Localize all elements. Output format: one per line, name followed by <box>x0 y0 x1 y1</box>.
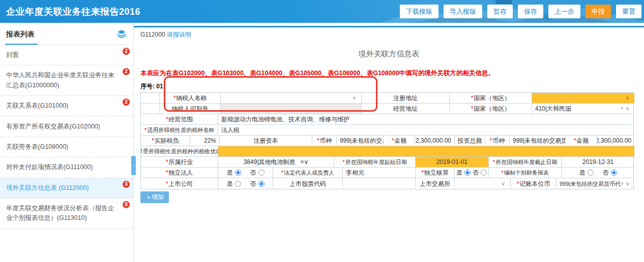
tax-year-end-input[interactable]: 2019-12-31 <box>562 157 634 168</box>
sidebar-report-item[interactable]: 境外关联方信息表 (G112000)3 <box>0 178 133 199</box>
tax-year-start-label: *所在国纳税年度起始日期 <box>334 157 416 168</box>
radio-yes[interactable] <box>588 170 594 176</box>
investment-amount-label: *金额 <box>566 136 597 146</box>
registered-address-label: 注册地址 <box>362 93 450 104</box>
listed-company-label: *上市公司 <box>141 178 218 189</box>
chevron-down-icon: ∨ <box>626 93 631 103</box>
form-title: 境外关联方信息表 <box>140 49 637 59</box>
report-list: 封面2中华人民共和国企业年度关联业务往来汇总表(G1000000)2关联关系表(… <box>0 45 133 229</box>
actual-tax-burden-label: *实际税负 <box>141 136 190 146</box>
radio-no[interactable] <box>481 170 487 176</box>
tax-year-end-label: *所在国纳税年度截止日期 <box>489 157 562 168</box>
actual-tax-burden-input[interactable]: 22% <box>190 136 220 146</box>
stock-exchange-select[interactable]: ∨ <box>455 178 511 189</box>
sidebar-report-item[interactable]: 关联关系表(G101000)2 <box>0 96 133 116</box>
base-currency-select[interactable]: 999|未包括的交易货币代×∨ <box>557 178 634 189</box>
error-count-badge: 8 <box>123 201 130 208</box>
taxpayer-id-label: 纳税人识别号 <box>160 104 221 114</box>
independent-entity-radio: 是 否 <box>218 168 273 178</box>
capital-currency-select[interactable]: 999|未包括的交易货币代 <box>337 136 384 146</box>
independent-accounting-label: *独立核算 <box>416 168 455 178</box>
clear-icon[interactable]: × <box>301 158 304 166</box>
legal-representative-input[interactable]: 李相元 <box>343 168 416 178</box>
sidebar-report-item[interactable]: 年度关联交易财务状况分析表（报告企业个别报表信息）(G113010)8 <box>0 199 133 229</box>
radio-no[interactable] <box>611 170 617 176</box>
toolbar-button[interactable]: 重置 <box>616 5 641 18</box>
report-item-label: 年度关联交易财务状况分析表（报告企业个别报表信息）(G113010) <box>6 205 114 221</box>
radio-yes[interactable] <box>235 170 241 176</box>
total-investment-label: 投资总额 <box>455 136 485 146</box>
chevron-down-icon: ∨ <box>304 158 309 166</box>
taxpayer-name-label: *纳税人名称 <box>160 93 221 104</box>
submit-button[interactable]: 申报 <box>586 5 611 18</box>
sidebar-report-item[interactable]: 中华人民共和国企业年度关联业务往来汇总表(G1000000)2 <box>0 66 133 96</box>
radio-no[interactable] <box>258 170 265 176</box>
sidebar-report-item[interactable]: 封面2 <box>0 45 133 66</box>
capital-currency-label: *币种 <box>312 136 337 146</box>
country-registered-select[interactable]: ∨ <box>532 93 634 104</box>
investment-amount-input[interactable]: 2,300,000.00 <box>597 136 634 146</box>
clear-icon[interactable]: × <box>621 106 626 111</box>
industry-select[interactable]: 3849|其他电池制造×∨ <box>218 157 334 168</box>
report-item-label: 关联劳务表(G108000) <box>6 143 68 150</box>
app-header: 企业年度关联业务往来报告2016 下载模版导入模版暂存保存上一步申报重置 <box>0 0 644 23</box>
stock-code-input[interactable] <box>343 178 416 189</box>
report-item-label: 封面 <box>6 51 19 58</box>
chevron-down-icon: ∨ <box>626 181 631 186</box>
radio-yes[interactable] <box>235 181 241 187</box>
app-window: 企业年度关联业务往来报告2016 下载模版导入模版暂存保存上一步申报重置 报表列… <box>0 0 644 262</box>
add-row-button[interactable]: ＋增加 <box>140 191 169 203</box>
toolbar-button[interactable]: 暂存 <box>487 5 513 18</box>
sidebar-collapse-handle[interactable]: ‹ <box>131 156 136 175</box>
tax-preference-input[interactable] <box>218 146 634 157</box>
sidebar-report-item[interactable]: 对外支付款项情况表(G111000) <box>0 157 133 178</box>
listed-company-radio: 是 否 <box>218 178 273 189</box>
form-code: G112000 <box>140 31 165 38</box>
toolbar-button[interactable]: 导入模版 <box>444 5 482 18</box>
page-title: 企业年度关联业务往来报告2016 <box>0 6 140 18</box>
stock-exchange-label: 上市交易所 <box>416 178 455 189</box>
investment-currency-label: *币种 <box>485 136 510 146</box>
layers-icon[interactable] <box>117 30 126 40</box>
industry-label: *所属行业 <box>141 157 218 168</box>
independent-accounting-radio: 是 否 <box>455 168 489 178</box>
tax-year-start-input[interactable]: 2019-01-01 <box>416 157 489 168</box>
capital-amount-input[interactable]: 2,300,000.00 <box>415 136 455 146</box>
sidebar-report-item[interactable]: 有形资产所有权交易表(G102000) <box>0 117 133 137</box>
toolbar-button[interactable]: 保存 <box>518 5 543 18</box>
error-count-badge: 2 <box>123 48 130 55</box>
tax-preference-label: 享受所得税性质的税种的税收优惠 <box>141 146 218 157</box>
sidebar-title: 报表列表 <box>6 30 35 44</box>
individual-statements-label: *编制个别财务报表 <box>489 168 562 178</box>
clear-icon[interactable]: × <box>621 181 626 186</box>
error-count-badge: 2 <box>123 68 130 75</box>
report-item-label: 境外关联方信息表 (G112000) <box>6 184 89 191</box>
radio-yes[interactable] <box>464 170 471 176</box>
error-count-badge: 2 <box>123 99 130 106</box>
income-tax-type-label: *适用所得税性质的税种名称 <box>141 125 218 136</box>
registered-capital-label: 注册资本 <box>220 136 312 146</box>
country-business-select[interactable]: 410|大韩民国×∨ <box>532 104 634 114</box>
overseas-party-table: *纳税人名称 ∨ 注册地址 *国家（地区） ∨ 纳税人识别号 经营地址 *国家（… <box>140 92 634 189</box>
chevron-down-icon: ∨ <box>502 179 507 189</box>
independent-entity-label: *独立法人 <box>141 168 218 178</box>
investment-currency-select[interactable]: 999|未包括的交易货币代 <box>510 136 566 146</box>
report-list-sidebar: 报表列表 封面2中华人民共和国企业年度关联业务往来汇总表(G1000000)2关… <box>0 23 134 262</box>
toolbar-button[interactable]: 下载模版 <box>400 5 438 18</box>
error-count-badge: 3 <box>123 181 130 188</box>
income-tax-type-input[interactable]: 法人税 <box>218 125 634 136</box>
business-scope-input[interactable]: 新能源动力电池锂电池、技术咨询、维修与维护 <box>218 114 634 125</box>
sidebar-report-item[interactable]: 关联劳务表(G108000) <box>0 137 133 157</box>
chevron-down-icon: ∨ <box>353 93 358 103</box>
row-select-cell <box>141 93 160 104</box>
taxpayer-name-select[interactable]: ∨ <box>221 93 362 104</box>
taxpayer-id-input[interactable] <box>221 104 362 114</box>
report-item-label: 关联关系表(G101000) <box>6 102 68 109</box>
form-notice: 本表应为在表G102000、表G103000、表G104000、表G105000… <box>140 69 637 78</box>
radio-no[interactable] <box>258 181 265 187</box>
country-registered-label: *国家（地区） <box>450 93 532 104</box>
toolbar-button[interactable]: 上一步 <box>548 5 580 18</box>
filling-instructions-link[interactable]: 填报说明 <box>167 31 191 38</box>
country-business-label: *国家（地区） <box>450 104 532 114</box>
header-toolbar: 下载模版导入模版暂存保存上一步申报重置 <box>400 5 641 18</box>
